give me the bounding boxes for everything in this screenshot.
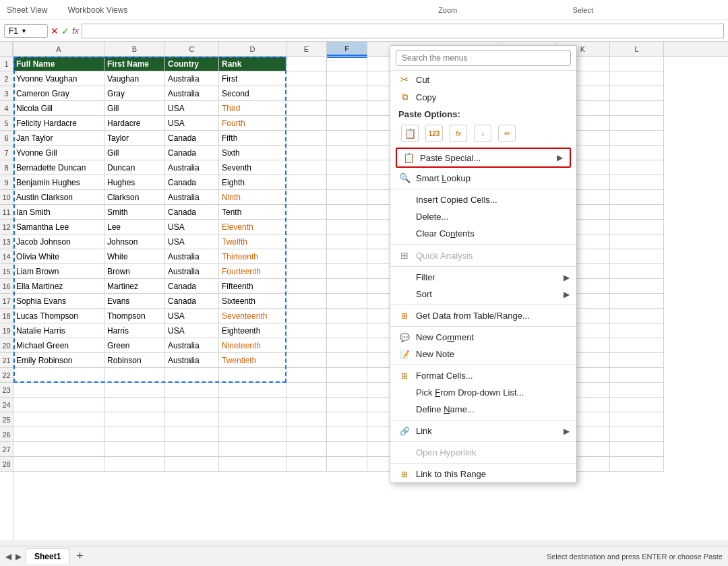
cell-empty[interactable] [13,383,104,398]
cell-empty[interactable] [13,427,104,442]
cell-empty[interactable] [610,234,664,249]
cell-data-3-2[interactable]: Gray [104,86,165,101]
cell-data-15-6[interactable] [327,264,367,279]
formula-cancel-icon[interactable]: ✕ [51,26,59,36]
cell-data-11-1[interactable]: Ian Smith [13,205,104,220]
cell-data-14-5[interactable] [286,249,327,264]
cell-f1[interactable] [327,57,367,71]
cell-data-13-5[interactable] [286,234,327,249]
cell-data-5-4[interactable]: Fourth [219,116,286,131]
cell-empty[interactable] [610,131,664,146]
menu-item-copy[interactable]: ⧉ Copy [390,88,576,106]
menu-item-sort[interactable]: Sort ▶ [390,286,576,303]
cell-empty[interactable] [165,442,219,457]
cell-data-20-2[interactable]: Green [104,338,165,353]
cell-empty[interactable] [219,412,286,427]
cell-data-15-4[interactable]: Fourteenth [219,264,286,279]
cell-data-9-5[interactable] [286,175,327,190]
cell-data-9-2[interactable]: Hughes [104,175,165,190]
cell-empty[interactable] [610,101,664,116]
cell-data-20-5[interactable] [286,338,327,353]
cell-data-7-4[interactable]: Sixth [219,146,286,160]
paste-icon-2[interactable]: 123 [425,125,443,142]
col-header-d[interactable]: D [219,42,286,56]
col-header-a[interactable]: A [13,42,104,56]
cell-data-2-4[interactable]: First [219,71,286,86]
cell-data-15-2[interactable]: Brown [104,264,165,279]
cell-data-21-3[interactable]: Australia [165,353,219,368]
cell-data-8-5[interactable] [286,160,327,175]
cell-data-15-3[interactable]: Australia [165,264,219,279]
cell-data-17-3[interactable]: Canada [165,294,219,309]
cell-data-17-6[interactable] [327,294,367,309]
cell-data-13-2[interactable]: Johnson [104,234,165,249]
cell-empty[interactable] [610,264,664,279]
formula-confirm-icon[interactable]: ✓ [61,26,69,36]
menu-search-input[interactable] [396,50,571,66]
cell-data-8-2[interactable]: Duncan [104,160,165,175]
col-header-e[interactable]: E [286,42,327,56]
cell-data-11-6[interactable] [327,205,367,220]
cell-empty[interactable] [286,368,327,383]
cell-data-4-6[interactable] [327,101,367,116]
cell-empty[interactable] [165,427,219,442]
cell-empty[interactable] [610,368,664,383]
cell-data-3-4[interactable]: Second [219,86,286,101]
cell-empty[interactable] [610,279,664,294]
cell-data-7-3[interactable]: Canada [165,146,219,160]
cell-data-13-3[interactable]: USA [165,234,219,249]
cell-empty[interactable] [327,427,367,442]
col-header-l[interactable]: L [610,42,664,56]
cell-data-12-5[interactable] [286,220,327,234]
menu-item-link[interactable]: 🔗 Link ▶ [390,422,576,439]
cell-data-16-3[interactable]: Canada [165,279,219,294]
cell-data-11-4[interactable]: Tenth [219,205,286,220]
cell-data-18-6[interactable] [327,309,367,323]
cell-empty[interactable] [610,205,664,220]
cell-data-6-2[interactable]: Taylor [104,131,165,146]
cell-data-9-3[interactable]: Canada [165,175,219,190]
cell-data-2-3[interactable]: Australia [165,71,219,86]
cell-empty[interactable] [610,220,664,234]
cell-empty[interactable] [165,457,219,472]
cell-empty[interactable] [610,309,664,323]
cell-data-21-2[interactable]: Robinson [104,353,165,368]
cell-empty[interactable] [219,383,286,398]
menu-item-define-name[interactable]: Define Name... [390,401,576,418]
cell-data-15-5[interactable] [286,264,327,279]
cell-data-12-2[interactable]: Lee [104,220,165,234]
cell-empty[interactable] [104,412,165,427]
cell-empty[interactable] [286,442,327,457]
cell-data-10-1[interactable]: Austin Clarkson [13,190,104,205]
cell-empty[interactable] [610,338,664,353]
cell-empty[interactable] [286,427,327,442]
menu-item-filter[interactable]: Filter ▶ [390,269,576,286]
cell-empty[interactable] [13,398,104,412]
cell-empty[interactable] [219,457,286,472]
cell-data-7-5[interactable] [286,146,327,160]
cell-data-16-2[interactable]: Martinez [104,279,165,294]
cell-data-16-4[interactable]: Fifteenth [219,279,286,294]
cell-empty[interactable] [610,412,664,427]
menu-item-paste-special[interactable]: 📋 Paste Special... ▶ [397,149,570,166]
cell-empty[interactable] [327,368,367,383]
cell-data-8-3[interactable]: Australia [165,160,219,175]
cell-empty[interactable] [13,457,104,472]
cell-empty[interactable] [13,442,104,457]
cell-data-18-4[interactable]: Seventeenth [219,309,286,323]
cell-empty[interactable] [610,427,664,442]
cell-data-3-1[interactable]: Cameron Gray [13,86,104,101]
cell-empty[interactable] [13,368,104,383]
cell-data-6-5[interactable] [286,131,327,146]
cell-empty[interactable] [327,398,367,412]
cell-data-9-6[interactable] [327,175,367,190]
menu-item-pick-dropdown[interactable]: Pick From Drop-down List... [390,384,576,401]
cell-a1[interactable]: Full Name [13,57,104,71]
sheet-nav-left[interactable]: ◀ [5,552,11,561]
cell-data-2-2[interactable]: Vaughan [104,71,165,86]
cell-empty[interactable] [219,368,286,383]
menu-item-link-to-range[interactable]: ⊞ Link to this Range [390,466,576,482]
cell-data-9-1[interactable]: Benjamin Hughes [13,175,104,190]
cell-empty[interactable] [610,86,664,101]
cell-data-19-1[interactable]: Natalie Harris [13,323,104,338]
